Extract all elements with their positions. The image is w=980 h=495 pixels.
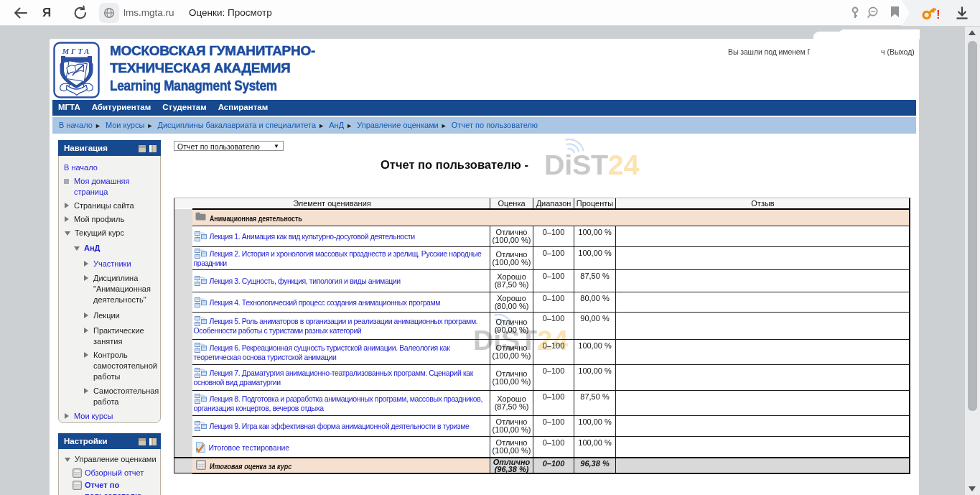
svg-text:DiST24: DiST24: [544, 149, 639, 180]
svg-text:!: !: [936, 8, 941, 22]
svg-text:МГТА: МГТА: [62, 47, 91, 55]
svg-text:DiST24: DiST24: [473, 324, 568, 356]
